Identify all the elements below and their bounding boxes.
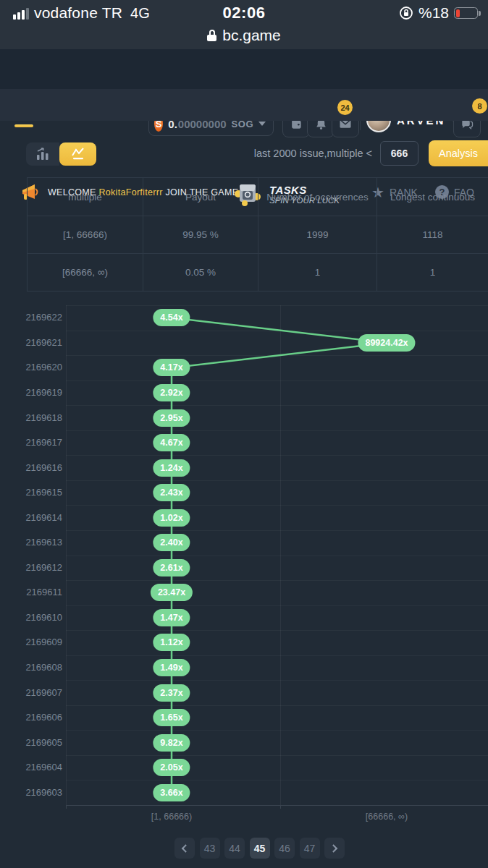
multiplier-pill[interactable]: 1.49x — [153, 659, 190, 676]
stats-table: multiple Payout Number of occurrences Lo… — [27, 177, 488, 292]
x-axis — [66, 805, 488, 806]
orientation-lock-icon — [399, 6, 413, 20]
cell-range-high: [66666, ∞) — [28, 254, 143, 292]
bar-chart-icon — [35, 146, 51, 162]
analysis-button[interactable]: Analysis — [429, 140, 488, 166]
multiplier-pill[interactable]: 4.67x — [153, 434, 190, 451]
status-bar: vodafone TR 4G 02:06 %18 bc.game — [0, 0, 488, 49]
cell-range-low: [1, 66666) — [28, 216, 143, 254]
battery-icon — [454, 7, 478, 19]
mail-badge: 24 — [337, 100, 353, 115]
x-category-label: [66666, ∞) — [366, 812, 408, 822]
table-row: [66666, ∞) 0.05 % 1 1 — [28, 254, 488, 292]
multiplier-pill[interactable]: 2.37x — [153, 684, 190, 702]
page-button-47[interactable]: 47 — [300, 838, 320, 859]
cell-longest-high: 1 — [377, 254, 488, 292]
multiplier-pill[interactable]: 2.05x — [153, 759, 190, 776]
cell-longest-low: 1118 — [377, 216, 488, 254]
cell-occ-high: 1 — [258, 254, 377, 292]
pagination: 4344454647 — [174, 838, 345, 859]
chevron-down-icon — [258, 122, 266, 126]
multiplier-pill[interactable]: 2.95x — [153, 409, 190, 427]
multiplier-pill[interactable]: 1.12x — [153, 634, 190, 651]
cell-occ-low: 1999 — [258, 216, 377, 254]
chevron-right-icon — [329, 844, 337, 852]
bar-chart-toggle[interactable] — [26, 142, 59, 166]
line-chart-toggle[interactable] — [59, 142, 96, 166]
chevron-left-icon — [182, 844, 190, 852]
multiplier-pill[interactable]: 1.47x — [153, 609, 190, 626]
multiplier-pill[interactable]: 9.82x — [153, 734, 190, 752]
page-button-44[interactable]: 44 — [224, 838, 245, 859]
multiplier-chart: 21696224.54x216962189924.42x21696204.17x… — [0, 305, 488, 827]
prev-page-button[interactable] — [174, 838, 195, 859]
page: vodafone TR 4G 02:06 %18 bc.game S 0 — [0, 0, 488, 868]
col-header-occurrences: Number of occurrences — [258, 178, 377, 216]
welcome-banner: WELCOME RokitaForfiterrr JOIN THE GAME T… — [0, 89, 488, 121]
x-category-label: [1, 66666) — [151, 812, 192, 822]
cell-payout-high: 0.05 % — [143, 254, 258, 292]
https-lock-icon — [207, 30, 216, 41]
multiplier-pill[interactable]: 1.02x — [153, 509, 190, 527]
cell-payout-low: 99.95 % — [143, 216, 258, 254]
chart-type-toggle — [26, 142, 96, 166]
battery-percent-label: %18 — [418, 4, 449, 22]
filter-label: last 2000 issue,multiple < — [254, 148, 372, 159]
multiplier-pill[interactable]: 1.65x — [153, 709, 190, 726]
table-row: [1, 66666) 99.95 % 1999 1118 — [28, 216, 488, 254]
multiplier-pill[interactable]: 23.47x — [151, 584, 193, 601]
axis-tick — [280, 806, 281, 809]
multiplier-pill[interactable]: 2.61x — [153, 559, 190, 576]
app-header: S 0. 00000000 SOG 24 — [0, 49, 488, 89]
multiplier-pill[interactable]: 2.92x — [153, 384, 190, 401]
axis-tick — [66, 806, 67, 809]
col-header-payout: Payout — [143, 178, 258, 216]
page-button-43[interactable]: 43 — [200, 838, 220, 859]
page-button-45[interactable]: 45 — [250, 838, 270, 859]
multiplier-pill[interactable]: 1.24x — [153, 459, 190, 477]
next-page-button[interactable] — [324, 838, 345, 859]
page-button-46[interactable]: 46 — [274, 838, 295, 859]
multiple-threshold-input[interactable] — [380, 141, 418, 166]
multiplier-pill[interactable]: 3.66x — [153, 784, 190, 801]
url-bar[interactable]: bc.game — [222, 27, 281, 44]
line-chart-icon — [70, 146, 86, 162]
multiplier-pill[interactable]: 4.54x — [153, 309, 190, 326]
multiplier-pill[interactable]: 4.17x — [153, 359, 190, 376]
table-header-row: multiple Payout Number of occurrences Lo… — [28, 178, 488, 216]
chart-line — [0, 305, 488, 805]
multiplier-pill[interactable]: 89924.42x — [358, 334, 415, 352]
chat-badge: 8 — [472, 98, 487, 114]
col-header-multiple: multiple — [28, 178, 143, 216]
multiplier-pill[interactable]: 2.43x — [153, 484, 190, 501]
col-header-longest: Longest continuous — [377, 178, 488, 216]
multiplier-pill[interactable]: 2.40x — [153, 534, 190, 551]
